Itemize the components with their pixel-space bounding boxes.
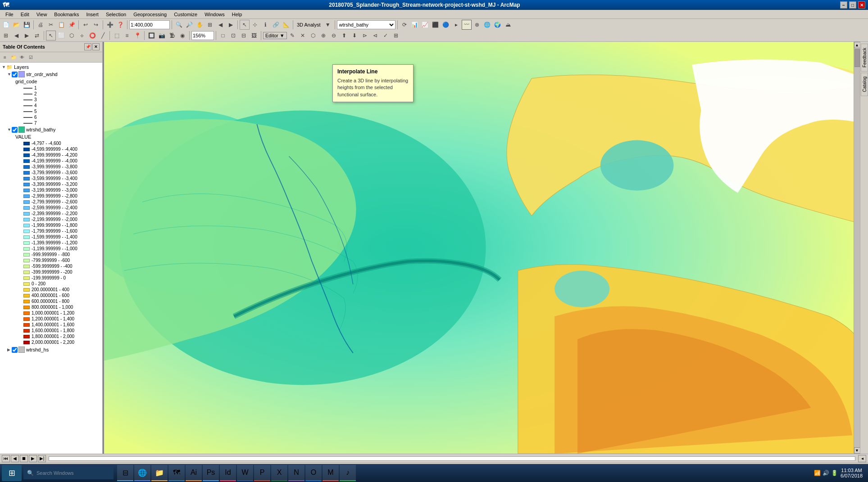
- search-box[interactable]: 🔍 Search Windows: [23, 467, 114, 479]
- 3d-analyst-dropdown[interactable]: ▼: [323, 20, 333, 30]
- minimize-button[interactable]: −: [840, 1, 847, 9]
- taskbar-app-id[interactable]: Id: [220, 465, 236, 481]
- editor-tool-10[interactable]: ✓: [381, 31, 391, 41]
- tool-group-2d[interactable]: ◉: [177, 31, 187, 41]
- layout-tools-2[interactable]: ⊡: [228, 31, 238, 41]
- scroll-track[interactable]: [854, 48, 860, 447]
- taskbar-app-word[interactable]: W: [237, 465, 253, 481]
- layer-checkbox-str[interactable]: [12, 72, 18, 77]
- select-by-circle[interactable]: ⭕: [87, 31, 97, 41]
- 3d-tool-3[interactable]: 📈: [420, 20, 430, 30]
- map-vscrollbar[interactable]: ▲ ▼: [854, 42, 860, 454]
- identify-button[interactable]: ℹ: [260, 20, 270, 30]
- menu-view[interactable]: View: [33, 11, 51, 18]
- menu-edit[interactable]: Edit: [17, 11, 33, 18]
- zoom-in-button[interactable]: 🔍: [174, 20, 184, 30]
- select-by-attr[interactable]: ≡: [122, 31, 132, 41]
- menu-windows[interactable]: Windows: [201, 11, 228, 18]
- menu-file[interactable]: File: [2, 11, 17, 18]
- copy-button[interactable]: 📋: [56, 20, 66, 30]
- menu-customize[interactable]: Customize: [170, 11, 201, 18]
- nav-first[interactable]: ⏮: [2, 455, 10, 462]
- select-features-button[interactable]: ↖: [240, 20, 250, 30]
- toc-close-button[interactable]: ✕: [92, 43, 100, 50]
- nav-prev[interactable]: ◀: [11, 455, 19, 462]
- toc-list-by-drawing[interactable]: ≡: [1, 53, 9, 61]
- layout-tools-3[interactable]: ⊟: [239, 31, 249, 41]
- select-by-lasso[interactable]: ⟡: [77, 31, 87, 41]
- select-by-poly[interactable]: ⬡: [67, 31, 77, 41]
- full-extent-button[interactable]: ⊞: [205, 20, 215, 30]
- add-data-button[interactable]: ➕: [105, 20, 115, 30]
- menu-bookmarks[interactable]: Bookmarks: [50, 11, 82, 18]
- network-icon[interactable]: 📶: [814, 470, 821, 476]
- layer-bathy[interactable]: ▼ wtrshd_bathy: [6, 126, 101, 133]
- layout-tools-1[interactable]: □: [218, 31, 228, 41]
- editor-tool-8[interactable]: ⊳: [360, 31, 370, 41]
- taskbar-clock[interactable]: 11:03 AM 6/07/2018: [841, 468, 863, 478]
- toc-pin-button[interactable]: 📌: [84, 43, 91, 50]
- 3d-tool-1[interactable]: ⟳: [400, 20, 409, 30]
- 3d-tool-9[interactable]: 🌐: [482, 20, 492, 30]
- editor-tool-2[interactable]: ✕: [298, 31, 308, 41]
- zoom-out-button[interactable]: 🔎: [184, 20, 194, 30]
- pan-button[interactable]: ✋: [195, 20, 205, 30]
- undo-button[interactable]: ↩: [81, 20, 91, 30]
- print-button[interactable]: 🖨: [36, 20, 45, 30]
- select-element-button[interactable]: ⊹: [250, 20, 260, 30]
- taskbar-app-ppt[interactable]: P: [254, 465, 270, 481]
- select-by-location[interactable]: 📍: [132, 31, 142, 41]
- taskbar-app-excel[interactable]: X: [271, 465, 287, 481]
- nav-next[interactable]: ▶: [29, 455, 37, 462]
- 3d-tool-4[interactable]: ⬛: [431, 20, 441, 30]
- nav-expand[interactable]: ◂: [858, 455, 866, 462]
- layer-hs[interactable]: ▶ wtrshd_hs: [6, 346, 101, 353]
- editor-label[interactable]: Editor ▼: [263, 32, 287, 39]
- editor-tool-4[interactable]: ⊕: [318, 31, 328, 41]
- swipe-button[interactable]: ⇄: [32, 31, 42, 41]
- layer-checkbox-hs[interactable]: [12, 347, 18, 353]
- editor-tool-7[interactable]: ⬇: [350, 31, 359, 41]
- catalog-tab[interactable]: Catalog: [861, 72, 868, 96]
- layer-select[interactable]: wtrshd_bathy: [337, 20, 395, 29]
- taskbar-app-outlook[interactable]: O: [305, 465, 322, 481]
- scroll-down-button[interactable]: ▼: [854, 447, 860, 454]
- taskbar-app-ai[interactable]: Ai: [186, 465, 202, 481]
- 3d-tool-5[interactable]: 🔵: [441, 20, 451, 30]
- taskbar-app-arcmap[interactable]: 🗺: [168, 465, 185, 481]
- save-button[interactable]: 💾: [22, 20, 32, 30]
- taskbar-app-maps[interactable]: M: [323, 465, 339, 481]
- arcmap-help-button[interactable]: ❓: [115, 20, 125, 30]
- layer-str-ordr[interactable]: ▼ str_ordr_wshd: [6, 71, 101, 78]
- editor-tool-1[interactable]: ✎: [287, 31, 297, 41]
- layer-checkbox-bathy[interactable]: [12, 127, 18, 133]
- paste-button[interactable]: 📌: [67, 20, 77, 30]
- tool-group-2b[interactable]: 📷: [157, 31, 167, 41]
- close-button[interactable]: ✕: [858, 1, 865, 9]
- zoom-to-layer-button[interactable]: ⊞: [1, 31, 11, 41]
- editor-tool-5[interactable]: ⊖: [329, 31, 339, 41]
- editor-tool-3[interactable]: ⬡: [308, 31, 318, 41]
- toc-resize-handle[interactable]: [100, 42, 102, 454]
- nav-last[interactable]: ▶|: [38, 455, 46, 462]
- select-by-rect[interactable]: ⬜: [56, 31, 66, 41]
- 3d-tool-6[interactable]: ▸: [451, 20, 461, 30]
- measure-button[interactable]: 📐: [281, 20, 291, 30]
- clear-selection[interactable]: ⬚: [112, 31, 122, 41]
- go-back-button[interactable]: ◀: [11, 31, 21, 41]
- taskbar-app-taskview[interactable]: ⊟: [117, 465, 133, 481]
- map-area[interactable]: Interpolate Line Create a 3D line by int…: [103, 42, 860, 454]
- hyperlink-button[interactable]: 🔗: [271, 20, 281, 30]
- surface-button[interactable]: ⛰: [503, 20, 513, 30]
- start-button[interactable]: ⊞: [2, 465, 22, 481]
- editor-tool-9[interactable]: ⊲: [370, 31, 380, 41]
- battery-icon[interactable]: 🔋: [831, 470, 838, 476]
- taskbar-app-spotify[interactable]: ♪: [340, 465, 356, 481]
- menu-help[interactable]: Help: [228, 11, 246, 18]
- globe-button[interactable]: 🌍: [493, 20, 503, 30]
- taskbar-app-files[interactable]: 📁: [151, 465, 168, 481]
- toc-list-by-selection[interactable]: ☑: [27, 53, 35, 61]
- redo-button[interactable]: ↪: [91, 20, 101, 30]
- taskbar-app-chrome[interactable]: 🌐: [134, 465, 150, 481]
- 3d-tool-8[interactable]: ⊗: [472, 20, 482, 30]
